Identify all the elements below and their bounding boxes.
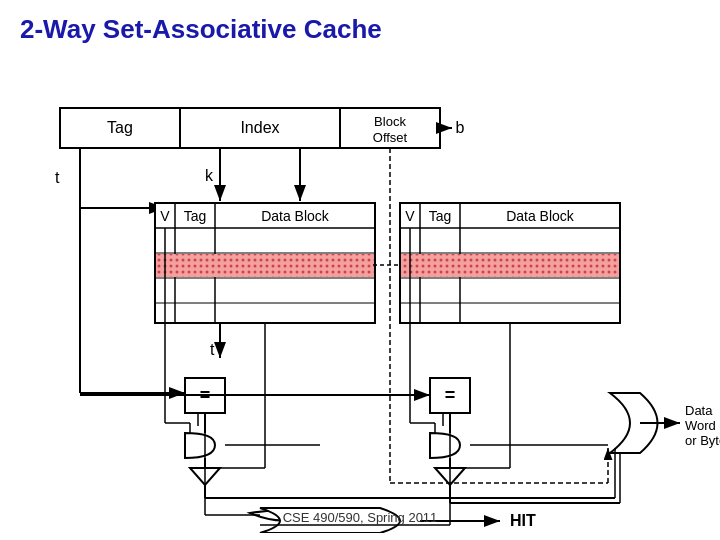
tag-label: Tag [107,119,133,136]
svg-text:or Byte: or Byte [685,433,720,448]
page-title: 2-Way Set-Associative Cache [0,0,720,53]
svg-rect-40 [401,254,619,277]
svg-text:=: = [445,385,456,405]
svg-text:V: V [405,208,415,224]
diagram-area: Tag Index Block Offset b t k [0,53,720,533]
t-bottom-label: t [210,341,215,358]
svg-text:Tag: Tag [429,208,452,224]
footer-text: CSE 490/590, Spring 2011 [283,510,438,525]
svg-text:Data Block: Data Block [506,208,575,224]
t-top-label: t [55,169,60,186]
svg-text:V: V [160,208,170,224]
svg-text:Tag: Tag [184,208,207,224]
svg-text:Block: Block [374,114,406,129]
svg-text:Data Block: Data Block [261,208,330,224]
svg-text:Data: Data [685,403,713,418]
svg-text:HIT: HIT [510,512,536,529]
svg-text:Word: Word [685,418,716,433]
b-label: b [456,119,465,136]
index-label: Index [240,119,279,136]
svg-text:Offset: Offset [373,130,408,145]
svg-rect-27 [156,254,374,277]
k-label: k [205,167,214,184]
